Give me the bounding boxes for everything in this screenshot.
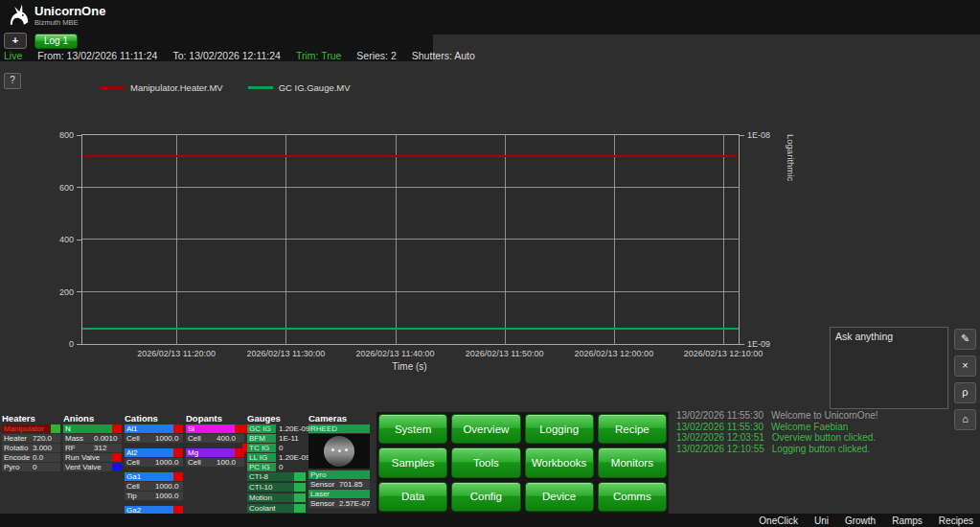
nav-button-device[interactable]: Device [525, 482, 594, 512]
param-row-mass: Mass0.0010 [63, 434, 122, 443]
device-header-ga1[interactable]: Ga1 [125, 472, 183, 481]
pencil-icon-button[interactable]: ✎ [954, 329, 976, 350]
gauge-label[interactable]: GC IG [247, 424, 276, 433]
param-row-rf: RF312 [63, 444, 122, 452]
param-row-cell: Cell1000.0 [125, 434, 183, 443]
gauge-label[interactable]: TC IG [247, 444, 276, 452]
valve-indicator[interactable] [112, 453, 122, 462]
gauge-bar-cti-8[interactable]: CTI-8 [247, 472, 306, 481]
param-row-tip: Tip1000.0 [125, 492, 183, 500]
device-header-n[interactable]: N [63, 424, 122, 433]
gauge-bar-label: CTI-10 [249, 483, 272, 492]
gauge-row-tc-ig: TC IG0 [247, 444, 306, 452]
param-label: Cell [188, 458, 201, 467]
nav-button-system[interactable]: System [378, 414, 447, 444]
nav-button-overview[interactable]: Overview [451, 414, 520, 444]
valve-indicator[interactable] [112, 463, 122, 471]
status-dot[interactable] [173, 424, 183, 433]
nav-button-data[interactable]: Data [378, 482, 447, 512]
right-tick-mark [739, 344, 744, 345]
ask-anything-input[interactable] [830, 327, 948, 409]
panel-dopants: DopantsSiCell400.0MgCell100.0 [186, 413, 244, 525]
nav-button-grid: SystemOverviewLoggingRecipeSamplesToolsW… [376, 412, 669, 514]
app-window: UnicornOne Bizmuth MBE + Log 1 Live From… [0, 0, 980, 527]
gauge-row-bfm: BFM1E-11 [247, 434, 306, 443]
status-dot[interactable] [173, 448, 183, 457]
panel-title-anions: Anions [63, 413, 122, 424]
search-icon-button[interactable]: ρ [954, 382, 976, 403]
gauge-bar-cti-10[interactable]: CTI-10 [247, 483, 306, 492]
device-header-si[interactable]: Si [186, 424, 244, 433]
x-tick-label: 2026/02/13 12:10:00 [684, 349, 763, 358]
app-title: UnicornOne [34, 4, 105, 18]
nav-button-comms[interactable]: Comms [598, 482, 667, 512]
status-dot[interactable] [173, 472, 183, 481]
shutters-mode: Shutters: Auto [412, 50, 475, 61]
param-label: Encode [4, 453, 30, 462]
device-header-al2[interactable]: Al2 [125, 448, 183, 457]
help-button[interactable]: ? [4, 73, 21, 89]
nav-button-workbooks[interactable]: Workbooks [525, 447, 594, 477]
nav-button-monitors[interactable]: Monitors [598, 447, 667, 477]
nav-button-logging[interactable]: Logging [525, 414, 594, 444]
param-row-vent-valve: Vent Valve [63, 463, 122, 471]
param-value: 720.0 [33, 434, 52, 443]
nav-button-config[interactable]: Config [451, 482, 520, 512]
footer-link-recipes[interactable]: Recipes [939, 516, 973, 526]
device-header-manipulator[interactable]: Manipulator [2, 424, 60, 433]
footer-link-ramps[interactable]: Ramps [892, 516, 923, 526]
panel-title-gauges: Gauges [247, 413, 306, 424]
footer-link-uni[interactable]: Uni [814, 516, 829, 526]
to-timestamp: To: 13/02/2026 12:11:24 [172, 50, 281, 61]
gauge-bar-motion[interactable]: Motion [247, 493, 306, 502]
gauge-value: 1E-11 [279, 434, 299, 443]
gauge-label[interactable]: PC IG [247, 463, 276, 471]
log-line: 13/02/2026 12:10:55Logging button clicke… [676, 444, 977, 455]
h-gridline [82, 239, 739, 240]
series-line-manipulator-heater-mv [82, 155, 739, 157]
legend-swatch [100, 86, 125, 89]
plot-area[interactable]: 02004006008001E-091E-082026/02/13 11:20:… [81, 134, 740, 345]
footer-link-growth[interactable]: Growth [845, 516, 876, 526]
status-dot[interactable] [112, 424, 122, 433]
device-header-mg[interactable]: Mg [186, 448, 244, 457]
panel-title-dopants: Dopants [186, 413, 244, 424]
param-label: Mass [65, 434, 83, 443]
log-time: 13/02/2026 11:55:30 [676, 410, 763, 421]
gauge-label[interactable]: LL IG [247, 453, 276, 462]
close-icon-button[interactable]: × [954, 355, 976, 377]
param-value: 1000.0 [155, 434, 178, 443]
gauge-bar-label: Motion [249, 493, 272, 502]
add-log-button[interactable]: + [4, 33, 27, 49]
trim-indicator: Trim: True [296, 50, 341, 61]
unicorn-logo-icon [7, 3, 31, 27]
param-row-cell: Cell400.0 [186, 434, 244, 443]
param-value: 100.0 [217, 458, 236, 467]
chart-legend: Manipulator.Heater.MVGC IG.Gauge.MV [100, 82, 351, 93]
camera-header-laser[interactable]: Laser [308, 490, 370, 498]
tab-log-1[interactable]: Log 1 [34, 34, 78, 49]
gauge-bar-coolant[interactable]: Coolant [247, 504, 306, 513]
nav-button-samples[interactable]: Samples [378, 447, 447, 477]
param-row-heater: Heater720.0 [2, 434, 60, 443]
rheed-camera-image [308, 434, 370, 469]
footer-link-oneclick[interactable]: OneClick [759, 516, 798, 526]
camera-header-pyro[interactable]: Pyro [308, 470, 370, 479]
device-header-al1[interactable]: Al1 [125, 424, 183, 433]
v-gridline [396, 135, 397, 344]
nav-button-tools[interactable]: Tools [451, 447, 520, 477]
legend-item-manipulator-heater-mv[interactable]: Manipulator.Heater.MV [100, 82, 223, 93]
y-tick-label: 600 [59, 183, 74, 193]
legend-item-gc-ig-gauge-mv[interactable]: GC IG.Gauge.MV [248, 82, 351, 93]
param-row-cell: Cell1000.0 [125, 458, 183, 467]
log-text: Welcome Faebian [771, 422, 848, 432]
device-header-label: Al1 [126, 424, 173, 433]
nav-button-recipe[interactable]: Recipe [598, 414, 667, 444]
footer-bar: OneClickUniGrowthRampsRecipes [0, 514, 980, 527]
y-tick-mark [77, 187, 82, 188]
gauge-bar-label: CTI-8 [249, 472, 268, 481]
camera-header-rheed[interactable]: RHEED [308, 424, 370, 433]
gauge-label[interactable]: BFM [247, 434, 276, 443]
rheed-pattern [331, 448, 334, 451]
status-dot[interactable] [51, 424, 60, 433]
